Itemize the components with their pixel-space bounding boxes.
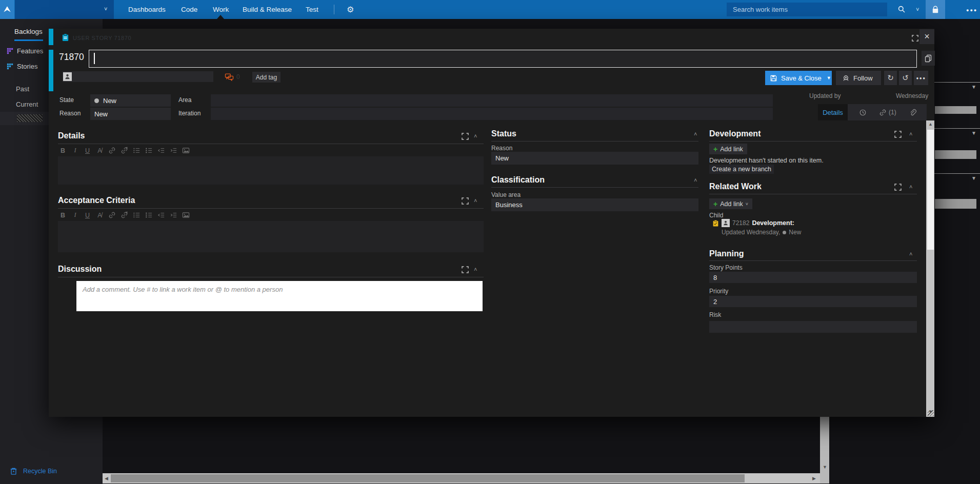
details-editor[interactable] — [58, 156, 484, 185]
search-input[interactable] — [727, 6, 887, 13]
dialog-scrollbar-thumb[interactable] — [927, 130, 934, 250]
child-work-item-row[interactable]: 72182 Development: — [712, 219, 794, 227]
discussion-fullscreen-icon[interactable] — [461, 266, 469, 274]
close-button[interactable]: × — [919, 29, 934, 44]
details-fullscreen-icon[interactable] — [461, 132, 469, 140]
background-vertical-scrollbar[interactable]: ▼ — [820, 417, 829, 483]
sidebar-item-sprint-selected[interactable] — [0, 112, 49, 125]
project-selector[interactable]: ˅ — [15, 0, 114, 19]
status-reason-field[interactable]: New — [491, 152, 698, 165]
assigned-to-field[interactable] — [63, 71, 213, 82]
sidebar-item-features[interactable]: Features — [7, 47, 43, 55]
related-work-collapse-icon[interactable]: ˄ — [909, 184, 912, 190]
clear-format-icon[interactable]: A̸ — [95, 146, 104, 155]
indent-icon[interactable] — [169, 211, 178, 219]
value-area-field[interactable]: Business — [491, 198, 698, 211]
maximize-button[interactable] — [909, 32, 921, 44]
tab-history[interactable] — [859, 109, 867, 116]
insert-link-icon[interactable] — [108, 211, 116, 219]
add-tag-button[interactable]: Add tag — [252, 72, 281, 83]
insert-image-icon[interactable] — [182, 211, 190, 219]
child-work-item-title[interactable]: Development: — [752, 219, 794, 227]
settings-gear-icon[interactable]: ⚙ — [347, 0, 354, 19]
nav-item-test[interactable]: Test — [306, 0, 318, 19]
horizontal-scrollbar-thumb[interactable] — [111, 474, 745, 482]
numbered-list-icon[interactable] — [145, 211, 153, 219]
resize-gripper[interactable] — [928, 410, 934, 416]
discussion-collapse-icon[interactable]: ˄ — [474, 266, 477, 272]
dialog-vertical-scrollbar[interactable]: ▲ ▼ — [926, 120, 934, 417]
clear-format-icon[interactable]: A̸ — [95, 211, 104, 219]
create-branch-link[interactable]: Create a new branch — [709, 165, 774, 174]
scroll-down-arrow-icon[interactable]: ▼ — [823, 465, 827, 470]
acceptance-collapse-icon[interactable]: ˄ — [474, 197, 477, 204]
scroll-up-arrow-icon[interactable]: ▲ — [928, 122, 933, 127]
comment-input[interactable]: Add a comment. Use # to link a work item… — [76, 281, 483, 311]
state-field[interactable]: New — [90, 94, 171, 107]
indent-icon[interactable] — [169, 146, 178, 155]
undo-button[interactable]: ↺ — [899, 71, 912, 85]
discussion-bubbles-icon[interactable] — [225, 73, 234, 81]
copy-title-button[interactable] — [922, 51, 935, 66]
acceptance-fullscreen-icon[interactable] — [461, 197, 469, 205]
tab-details[interactable]: Details — [818, 104, 848, 120]
remove-link-icon[interactable] — [120, 211, 129, 219]
risk-field[interactable] — [709, 321, 917, 333]
reason-field[interactable]: New — [90, 108, 171, 120]
title-input[interactable] — [89, 50, 916, 67]
bold-icon[interactable]: B — [58, 211, 67, 219]
search-scope-chevron-icon[interactable]: ˅ — [916, 6, 919, 12]
numbered-list-icon[interactable] — [145, 146, 153, 155]
underline-icon[interactable]: U — [83, 146, 92, 155]
insert-link-icon[interactable] — [108, 146, 116, 155]
acceptance-editor[interactable] — [58, 221, 484, 252]
italic-icon[interactable]: I — [71, 211, 79, 219]
italic-icon[interactable]: I — [71, 146, 79, 155]
underline-icon[interactable]: U — [83, 211, 92, 219]
sidebar-item-current[interactable]: Current — [16, 100, 38, 108]
more-actions-button[interactable]: ●●● — [914, 71, 928, 85]
sidebar-item-past[interactable]: Past — [16, 85, 29, 93]
more-options-icon[interactable]: ●●● — [966, 8, 977, 13]
scroll-left-arrow-icon[interactable]: ◀ — [105, 476, 108, 481]
search-icon[interactable] — [897, 5, 906, 13]
remove-link-icon[interactable] — [120, 146, 129, 155]
nav-item-dashboards[interactable]: Dashboards — [128, 0, 166, 19]
product-logo[interactable] — [0, 0, 14, 19]
save-dropdown-caret-icon[interactable]: ▼ — [827, 75, 831, 80]
development-add-link-button[interactable]: + Add link — [709, 144, 747, 154]
development-fullscreen-icon[interactable] — [894, 130, 902, 138]
story-points-field[interactable]: 8 — [709, 272, 917, 283]
scroll-right-arrow-icon[interactable]: ▶ — [812, 476, 816, 481]
iteration-field[interactable] — [211, 108, 773, 120]
sidebar-tab-backlogs[interactable]: Backlogs — [14, 28, 43, 35]
bullet-list-icon[interactable] — [132, 211, 141, 219]
bullet-list-icon[interactable] — [132, 146, 141, 155]
sidebar-item-stories[interactable]: Stories — [7, 63, 37, 70]
nav-item-code[interactable]: Code — [181, 0, 197, 19]
details-collapse-icon[interactable]: ˄ — [474, 133, 477, 139]
refresh-button[interactable]: ↻ — [884, 71, 897, 85]
nav-item-build-release[interactable]: Build & Release — [243, 0, 292, 19]
save-and-close-button[interactable]: Save & Close ▼ — [765, 71, 832, 85]
title-field[interactable] — [89, 50, 917, 68]
area-field[interactable] — [211, 94, 773, 107]
insert-image-icon[interactable] — [182, 146, 190, 155]
search-box[interactable] — [727, 3, 887, 16]
recycle-bin-link[interactable]: Recycle Bin — [9, 467, 57, 476]
development-collapse-icon[interactable]: ˄ — [909, 131, 912, 137]
marketplace-bag-icon[interactable] — [926, 0, 945, 19]
outdent-icon[interactable] — [157, 146, 166, 155]
priority-field[interactable]: 2 — [709, 296, 917, 307]
related-work-fullscreen-icon[interactable] — [894, 183, 902, 191]
tab-attachments[interactable] — [909, 109, 916, 116]
planning-collapse-icon[interactable]: ˄ — [909, 251, 912, 257]
related-add-link-button[interactable]: + Add link ˅ — [709, 198, 752, 209]
outdent-icon[interactable] — [157, 211, 166, 219]
follow-button[interactable]: Follow — [836, 71, 881, 85]
status-collapse-icon[interactable]: ˄ — [694, 131, 697, 137]
bold-icon[interactable]: B — [58, 146, 67, 155]
tab-links[interactable]: (1) — [879, 109, 896, 116]
work-item-type-color-bar — [49, 29, 53, 45]
classification-collapse-icon[interactable]: ˄ — [694, 177, 697, 183]
